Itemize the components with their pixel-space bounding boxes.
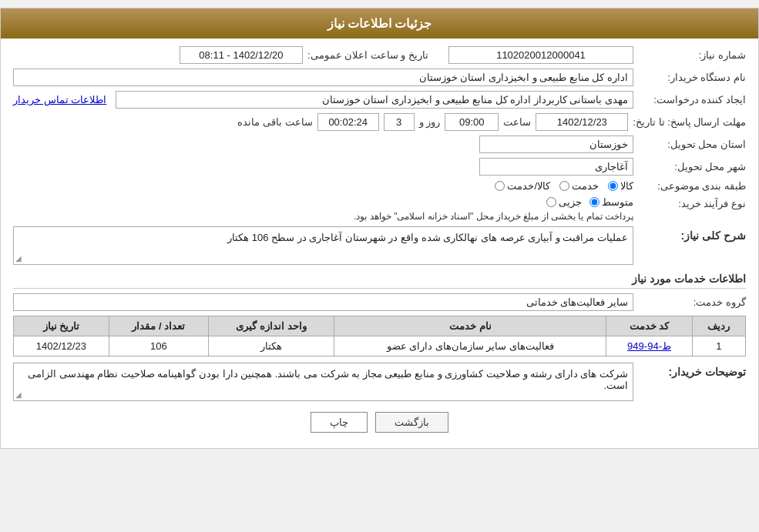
city-value: آغاجاری (479, 158, 633, 176)
purchase-type-radio-jozi[interactable] (546, 197, 556, 207)
province-row: استان محل تحویل: خوزستان (13, 136, 746, 153)
service-group-value: سایر فعالیت‌های خدماتی (13, 293, 633, 311)
buyer-notes-row: توضیحات خریدار: شرکت های دارای رشته و صل… (13, 363, 746, 401)
category-label: طبقه بندی موضوعی: (638, 180, 746, 192)
buyer-notes-value: شرکت های دارای رشته و صلاحیت کشاورزی و م… (18, 368, 628, 391)
deadline-time: 09:00 (445, 113, 499, 131)
cell-service-code[interactable]: ط-94-949 (606, 336, 692, 356)
purchase-type-radio-motavaset[interactable] (589, 197, 599, 207)
announcement-date-label: تاریخ و ساعت اعلان عمومی: (307, 49, 428, 61)
buyer-notes-box: شرکت های دارای رشته و صلاحیت کشاورزی و م… (13, 363, 633, 401)
need-description-value: عملیات مراقبت و آبیاری عرصه های نهالکاری… (18, 232, 628, 243)
category-option-kala-khadamat[interactable]: کالا/خدمت (495, 180, 550, 192)
col-service-code: کد خدمت (606, 316, 692, 336)
deadline-days: 3 (384, 113, 415, 131)
service-group-row: گروه خدمت: سایر فعالیت‌های خدماتی (13, 293, 746, 311)
purchase-type-label-motavaset: متوسط (602, 196, 633, 208)
creator-value: مهدی باستانی کاربرداز اداره کل منابع طبی… (116, 91, 633, 109)
purchase-type-option-motavaset[interactable]: متوسط (589, 196, 633, 208)
table-row: 1 ط-94-949 فعالیت‌های سایر سازمان‌های دا… (14, 336, 746, 356)
deadline-time-label: ساعت (503, 116, 531, 128)
buyer-org-value: اداره کل منابع طبیعی و ابخیزداری استان خ… (13, 69, 633, 86)
category-radio-group: کالا/خدمت خدمت کالا (495, 180, 633, 192)
creator-label: ایجاد کننده درخواست: (638, 94, 746, 105)
purchase-type-label-jozi: جزیی (559, 196, 582, 208)
need-description-label: شرح کلی نیاز: (638, 226, 746, 242)
province-value: خوزستان (479, 136, 633, 153)
buttons-row: بازگشت چاپ (13, 412, 746, 433)
content-area: شماره نیاز: 1102020012000041 تاریخ و ساع… (1, 38, 758, 448)
category-label-kala: کالا (620, 180, 633, 192)
need-number-label: شماره نیاز: (638, 49, 746, 61)
cell-service-name: فعالیت‌های سایر سازمان‌های دارای عضو (334, 336, 606, 356)
deadline-label: مهلت ارسال پاسخ: تا تاریخ: (633, 116, 746, 128)
cell-quantity: 106 (109, 336, 208, 356)
purchase-type-radio-row: متوسط جزیی (354, 196, 633, 208)
purchase-type-desc: پرداخت تمام یا بخشی از مبلغ خریداز محل "… (354, 211, 633, 222)
category-radio-kala[interactable] (608, 181, 618, 191)
cell-unit: هکتار (209, 336, 334, 356)
page-header: جزئیات اطلاعات نیاز (1, 8, 758, 38)
category-row: طبقه بندی موضوعی: کالا/خدمت خدمت کالا (13, 180, 746, 192)
back-button[interactable]: بازگشت (375, 412, 448, 433)
category-option-kala[interactable]: کالا (608, 180, 633, 192)
category-radio-khadamat[interactable] (559, 181, 569, 191)
category-label-khadamat: خدمت (572, 180, 599, 192)
col-date: تاریخ نیاز (14, 316, 109, 336)
city-label: شهر محل تحویل: (638, 161, 746, 172)
table-header-row: ردیف کد خدمت نام خدمت واحد اندازه گیری ت… (14, 316, 746, 336)
resize-icon-notes: ◢ (15, 390, 22, 399)
col-unit: واحد اندازه گیری (209, 316, 334, 336)
cell-row-num: 1 (692, 336, 745, 356)
buyer-org-label: نام دستگاه خریدار: (638, 72, 746, 83)
announcement-date-value: 1402/12/20 - 08:11 (180, 46, 303, 64)
col-service-name: نام خدمت (334, 316, 606, 336)
purchase-type-label: نوع فرآیند خرید: (638, 196, 746, 209)
need-description-box: عملیات مراقبت و آبیاری عرصه های نهالکاری… (13, 226, 633, 265)
services-section-title: اطلاعات خدمات مورد نیاز (13, 273, 746, 289)
province-label: استان محل تحویل: (638, 139, 746, 150)
services-table: ردیف کد خدمت نام خدمت واحد اندازه گیری ت… (13, 316, 746, 356)
creator-row: ایجاد کننده درخواست: مهدی باستانی کاربرد… (13, 91, 746, 109)
contact-link[interactable]: اطلاعات تماس خریدار (13, 94, 106, 105)
deadline-day-label: روز و (419, 116, 441, 128)
resize-icon: ◢ (15, 254, 22, 263)
deadline-date: 1402/12/23 (536, 113, 628, 131)
page-wrapper: جزئیات اطلاعات نیاز شماره نیاز: 11020200… (0, 8, 759, 449)
col-row-num: ردیف (692, 316, 745, 336)
category-radio-kala-khadamat[interactable] (495, 181, 505, 191)
print-button[interactable]: چاپ (311, 412, 368, 433)
buyer-notes-label: توضیحات خریدار: (638, 363, 746, 378)
page-title: جزئیات اطلاعات نیاز (327, 17, 432, 30)
col-quantity: تعداد / مقدار (109, 316, 208, 336)
purchase-type-options: متوسط جزیی پرداخت تمام یا بخشی از مبلغ خ… (354, 196, 633, 222)
buyer-org-row: نام دستگاه خریدار: اداره کل منابع طبیعی … (13, 69, 746, 86)
purchase-type-option-jozi[interactable]: جزیی (546, 196, 582, 208)
city-row: شهر محل تحویل: آغاجاری (13, 158, 746, 176)
cell-date: 1402/12/23 (14, 336, 109, 356)
need-number-row: شماره نیاز: 1102020012000041 تاریخ و ساع… (13, 46, 746, 64)
need-description-row: شرح کلی نیاز: عملیات مراقبت و آبیاری عرص… (13, 226, 746, 265)
category-option-khadamat[interactable]: خدمت (559, 180, 599, 192)
category-label-kala-khadamat: کالا/خدمت (507, 180, 550, 192)
deadline-remaining-label: ساعت باقی مانده (237, 116, 312, 128)
deadline-row: مهلت ارسال پاسخ: تا تاریخ: 1402/12/23 سا… (13, 113, 746, 131)
service-group-label: گروه خدمت: (638, 296, 746, 308)
need-number-value: 1102020012000041 (448, 46, 633, 64)
deadline-remaining: 00:02:24 (317, 113, 379, 131)
purchase-type-row: نوع فرآیند خرید: متوسط جزیی پرداخت تمام … (13, 196, 746, 222)
